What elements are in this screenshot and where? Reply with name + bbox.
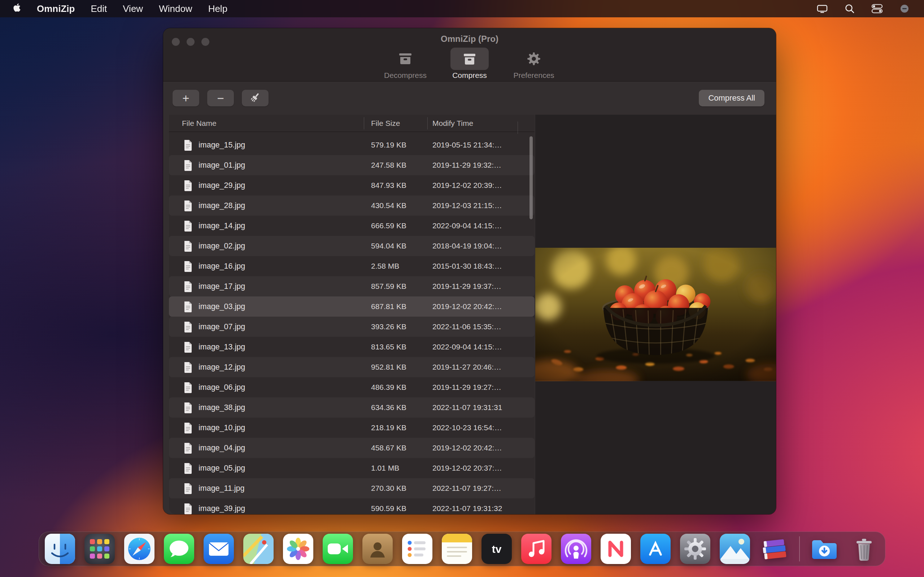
column-modify-time[interactable]: Modify Time: [427, 119, 518, 128]
toolbar-preferences-label: Preferences: [513, 71, 554, 80]
file-time: 2019-11-29 19:37:…: [427, 282, 518, 291]
dock-peaks-app-icon[interactable]: [720, 534, 750, 564]
file-size: 952.81 KB: [364, 363, 427, 371]
file-icon: [183, 139, 193, 151]
toolbar-compress[interactable]: Compress: [441, 48, 498, 80]
table-row[interactable]: image_07.jpg 393.26 KB 2022-11-06 15:35:…: [169, 317, 535, 337]
table-scrollbar[interactable]: [530, 136, 533, 219]
file-name: image_05.jpg: [199, 464, 245, 473]
table-row[interactable]: image_06.jpg 486.39 KB 2019-11-29 19:27:…: [169, 377, 535, 397]
table-row[interactable]: image_12.jpg 952.81 KB 2019-11-27 20:46:…: [169, 357, 535, 377]
file-size: 393.26 KB: [364, 322, 427, 331]
search-icon[interactable]: [843, 2, 856, 15]
toolbar-compress-label: Compress: [452, 71, 487, 80]
table-row[interactable]: image_05.jpg 1.01 MB 2019-12-02 20:37:…: [169, 458, 535, 478]
dock-music-icon[interactable]: [521, 534, 551, 564]
table-row[interactable]: image_13.jpg 813.65 KB 2022-09-04 14:15:…: [169, 337, 535, 357]
dock-maps-icon[interactable]: [243, 534, 274, 564]
table-row[interactable]: image_03.jpg 687.81 KB 2019-12-02 20:42:…: [169, 297, 535, 317]
dock-downloads-icon[interactable]: [809, 534, 840, 564]
table-row[interactable]: image_11.jpg 270.30 KB 2022-11-07 19:27:…: [169, 478, 535, 498]
file-table-body: image_15.jpg 579.19 KB 2019-05-15 21:34:…: [169, 132, 535, 514]
dock-contacts-icon[interactable]: [362, 534, 393, 564]
menu-app-name[interactable]: OmniZip: [37, 3, 75, 15]
file-name: image_03.jpg: [199, 302, 245, 311]
file-size: 634.36 KB: [364, 403, 427, 412]
dock-notes-icon[interactable]: [442, 534, 472, 564]
toolbar-decompress[interactable]: Decompress: [376, 48, 434, 80]
table-row[interactable]: image_14.jpg 666.59 KB 2022-09-04 14:15:…: [169, 216, 535, 236]
file-size: 247.58 KB: [364, 161, 427, 169]
add-file-button[interactable]: +: [173, 90, 199, 106]
omnizip-window: OmniZip (Pro) Decompress: [163, 28, 776, 514]
dock-safari-icon[interactable]: [124, 534, 155, 564]
table-row[interactable]: image_02.jpg 594.04 KB 2018-04-19 19:04:…: [169, 236, 535, 256]
file-name: image_07.jpg: [199, 322, 245, 331]
table-row[interactable]: image_38.jpg 634.36 KB 2022-11-07 19:31:…: [169, 397, 535, 417]
file-icon: [183, 341, 193, 353]
table-row[interactable]: image_28.jpg 430.54 KB 2019-12-03 21:15:…: [169, 195, 535, 216]
menu-help[interactable]: Help: [208, 3, 228, 15]
file-time: 2019-12-02 20:37:…: [427, 464, 518, 472]
file-size: 857.59 KB: [364, 282, 427, 291]
preview-image-apples: [535, 248, 776, 381]
file-time: 2022-11-07 19:27:…: [427, 484, 518, 493]
dock-messages-icon[interactable]: [164, 534, 194, 564]
apple-menu-icon[interactable]: [13, 3, 21, 15]
file-icon: [183, 220, 193, 232]
dock-tv-icon[interactable]: tv: [481, 534, 512, 564]
dock-launchpad-icon[interactable]: [84, 534, 115, 564]
compress-all-button[interactable]: Compress All: [699, 90, 764, 106]
file-size: 590.59 KB: [364, 504, 427, 513]
file-table: File Name File Size Modify Time image_15…: [169, 115, 535, 514]
file-name: image_12.jpg: [199, 363, 245, 372]
control-center-icon[interactable]: [871, 2, 884, 15]
display-icon[interactable]: [816, 2, 829, 15]
focus-mode-icon[interactable]: [898, 2, 911, 15]
dock-system-settings-icon[interactable]: [680, 534, 710, 564]
menu-window[interactable]: Window: [159, 3, 192, 15]
file-icon: [183, 382, 193, 393]
dock-podcasts-icon[interactable]: [561, 534, 591, 564]
dock-photos-icon[interactable]: [283, 534, 313, 564]
file-icon: [183, 503, 193, 514]
table-row[interactable]: image_17.jpg 857.59 KB 2019-11-29 19:37:…: [169, 276, 535, 297]
file-time: 2019-12-02 20:42:…: [427, 443, 518, 452]
file-icon: [183, 260, 193, 272]
file-icon: [183, 301, 193, 312]
dock-news-icon[interactable]: [601, 534, 631, 564]
dock-reminders-icon[interactable]: [402, 534, 432, 564]
table-row[interactable]: image_10.jpg 218.19 KB 2022-10-23 16:54:…: [169, 417, 535, 438]
clean-list-button[interactable]: [242, 90, 268, 106]
dock-mail-icon[interactable]: [204, 534, 234, 564]
file-name: image_06.jpg: [199, 383, 245, 392]
table-row[interactable]: image_16.jpg 2.58 MB 2015-01-30 18:43:…: [169, 256, 535, 276]
column-file-name[interactable]: File Name: [169, 119, 364, 128]
toolbar-preferences[interactable]: Preferences: [505, 48, 563, 80]
table-row[interactable]: image_39.jpg 590.59 KB 2022-11-07 19:31:…: [169, 498, 535, 514]
file-name: image_16.jpg: [199, 262, 245, 271]
dock-finder-icon[interactable]: [45, 534, 75, 564]
file-size: 218.19 KB: [364, 423, 427, 432]
dock-app-store-icon[interactable]: [640, 534, 670, 564]
dock-facetime-icon[interactable]: [323, 534, 353, 564]
file-name: image_11.jpg: [199, 484, 245, 493]
column-file-size[interactable]: File Size: [364, 119, 427, 128]
file-size: 458.67 KB: [364, 443, 427, 452]
file-name: image_04.jpg: [199, 443, 245, 453]
dock-trash-icon[interactable]: [849, 534, 879, 564]
file-time: 2019-11-29 19:27:…: [427, 383, 518, 392]
table-row[interactable]: image_01.jpg 247.58 KB 2019-11-29 19:32:…: [169, 155, 535, 175]
dock-omnizip-icon[interactable]: [759, 534, 790, 564]
remove-file-button[interactable]: −: [207, 90, 234, 106]
table-row[interactable]: image_29.jpg 847.93 KB 2019-12-02 20:39:…: [169, 175, 535, 195]
file-size: 1.01 MB: [364, 464, 427, 472]
menu-view[interactable]: View: [123, 3, 143, 15]
file-name: image_02.jpg: [199, 242, 245, 251]
svg-text:tv: tv: [492, 543, 502, 555]
file-time: 2019-12-02 20:42:…: [427, 302, 518, 311]
menu-edit[interactable]: Edit: [90, 3, 107, 15]
table-row[interactable]: image_04.jpg 458.67 KB 2019-12-02 20:42:…: [169, 438, 535, 458]
table-row[interactable]: image_15.jpg 579.19 KB 2019-05-15 21:34:…: [169, 135, 535, 155]
file-time: 2022-09-04 14:15:…: [427, 343, 518, 351]
